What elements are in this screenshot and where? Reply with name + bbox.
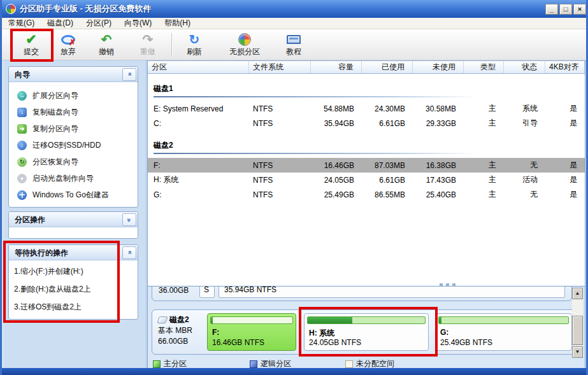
cell-fs: NTFS [249, 104, 311, 113]
col-partition[interactable]: 分区 [148, 61, 249, 73]
partition-block-h[interactable]: H: 系统 24.05GB NTFS [304, 313, 429, 351]
cell-unused: 25.40GB [413, 190, 464, 199]
wizard-copy-partition[interactable]: ➜ 复制分区向导 [9, 120, 138, 137]
cell-capacity: 16.46GB [311, 161, 362, 170]
disk1-size-label: 36.00GB [159, 287, 189, 295]
scroll-up-button[interactable]: ▲ [572, 288, 583, 299]
primary-partition-swatch [153, 360, 161, 368]
pending-op-2[interactable]: 2.删除(H:)盘从磁盘2上 [14, 284, 134, 295]
cell-fs: NTFS [249, 119, 311, 128]
redo-button: ↷ 重做 [131, 31, 164, 59]
usage-bar [210, 316, 293, 324]
cell-aligned: 是 [545, 160, 585, 171]
unallocated-swatch [345, 360, 353, 368]
scroll-down-button[interactable]: ▼ [572, 346, 583, 358]
globe-down-icon: ↓ [17, 141, 27, 150]
cell-status: 活动 [504, 174, 545, 185]
close-button[interactable]: × [573, 4, 586, 15]
submit-button[interactable]: ✔ 提交 [12, 31, 50, 59]
chevron-up-icon: » [124, 251, 135, 254]
maximize-button[interactable]: □ [559, 4, 572, 15]
tutorial-button[interactable]: 教程 [277, 31, 310, 59]
wizard-partition-recovery[interactable]: ↻ 分区恢复向导 [9, 153, 138, 170]
wizard-copy-disk[interactable]: ↓ 复制磁盘向导 [9, 104, 138, 120]
expand-button[interactable]: » [122, 213, 136, 226]
cell-aligned: 是 [545, 118, 585, 129]
disk2-graphic: 磁盘2 基本 MBR 66.00GB F: 16.46GB NTFS H: 系统… [152, 309, 578, 355]
menu-disk[interactable]: 磁盘(D) [41, 17, 80, 29]
disk1-c-block[interactable]: 35.94GB NTFS [219, 287, 565, 298]
partition-row[interactable]: E: System ReservedNTFS54.88MB24.30MB30.5… [148, 101, 585, 116]
cell-aligned: 是 [545, 189, 585, 200]
collapse-button[interactable]: » [122, 68, 136, 81]
disk-group-header: 磁盘1 [148, 82, 585, 97]
menu-partition[interactable]: 分区(P) [80, 17, 118, 29]
partition-ops-body [9, 227, 138, 238]
disk2-label: 磁盘2 基本 MBR 66.00GB [158, 315, 192, 347]
wizards-panel-header[interactable]: 向导 » [9, 67, 138, 82]
partition-table-body: 磁盘1E: System ReservedNTFS54.88MB24.30MB3… [148, 82, 585, 202]
partition-ops-header[interactable]: 分区操作 » [9, 212, 138, 227]
cell-type: 主 [464, 103, 504, 114]
discard-button[interactable]: 放弃 [53, 31, 83, 59]
wizards-panel: 向导 » → 扩展分区向导 ↓ 复制磁盘向导 ➜ 复制分区向导 ↓ 迁移OS到S… [8, 66, 138, 208]
window-title: 分区助手专业版 - 无损分区免费软件 [20, 3, 545, 15]
pie-logo-icon [238, 33, 251, 46]
cell-capacity: 25.49GB [311, 190, 362, 199]
cell-used: 6.61GB [362, 119, 413, 128]
lossless-partition-button[interactable]: 无损分区 [224, 31, 266, 59]
wizard-list: → 扩展分区向导 ↓ 复制磁盘向导 ➜ 复制分区向导 ↓ 迁移OS到SSD/HD… [9, 82, 138, 207]
pending-ops-header[interactable]: 等待执行的操作 » [9, 245, 138, 260]
logical-partition-swatch [250, 360, 257, 368]
disk-graphics-panel: 36.00GB S 35.94GB NTFS 磁盘2 基本 MBR 66.00G… [147, 287, 585, 358]
disk1-bar[interactable]: 36.00GB S 35.94GB NTFS [152, 287, 572, 301]
pending-op-3[interactable]: 3.迁移OS到磁盘2上 [14, 302, 134, 313]
vertical-scrollbar[interactable]: ▲ ▼ [572, 288, 583, 358]
wizard-windows-to-go[interactable]: Windows To Go创建器 [9, 187, 138, 203]
splitter-handle[interactable] [440, 283, 455, 286]
menu-help[interactable]: 帮助(H) [158, 17, 197, 29]
partition-block-g[interactable]: G: 25.49GB NTFS [435, 313, 572, 351]
cell-partition: G: [148, 190, 249, 199]
pending-ops-list: 1.缩小(F:)并创建(H:) 2.删除(H:)盘从磁盘2上 3.迁移OS到磁盘… [9, 260, 138, 319]
checkmark-icon: ✔ [25, 33, 37, 46]
wizard-extend-partition[interactable]: → 扩展分区向导 [9, 87, 138, 104]
windows-globe-icon [17, 190, 27, 200]
partition-row[interactable]: F:NTFS16.46GB87.03MB16.38GB主无是 [148, 158, 585, 173]
col-status[interactable]: 状态 [504, 61, 545, 73]
partition-row[interactable]: H: 系统NTFS24.05GB6.61GB17.43GB主活动是 [148, 173, 585, 187]
cell-capacity: 54.88MB [311, 104, 362, 113]
col-type[interactable]: 类型 [464, 61, 504, 73]
refresh-button[interactable]: ↻ 刷新 [178, 31, 211, 59]
menu-wizard[interactable]: 向导(W) [118, 17, 158, 29]
undo-arrow-icon: ↶ [101, 33, 112, 46]
cell-unused: 17.43GB [413, 176, 464, 185]
partition-block-f[interactable]: F: 16.46GB NTFS [207, 313, 296, 351]
cell-used: 6.61GB [362, 176, 413, 185]
pending-op-1[interactable]: 1.缩小(F:)并创建(H:) [14, 266, 134, 277]
partition-table: 分区 文件系统 容量 已使用 未使用 类型 状态 4KB对齐 磁盘1E: Sys… [147, 60, 585, 287]
col-used[interactable]: 已使用 [362, 61, 413, 73]
col-filesystem[interactable]: 文件系统 [249, 61, 311, 73]
minimize-button[interactable]: _ [545, 4, 558, 15]
partition-row[interactable]: G:NTFS25.49GB86.55MB25.40GB主无是 [148, 187, 585, 202]
menu-general[interactable]: 常规(G) [2, 17, 41, 29]
col-4kb-aligned[interactable]: 4KB对齐 [545, 61, 585, 73]
usage-bar [307, 316, 426, 324]
scrollbar-thumb[interactable] [572, 316, 583, 345]
menu-bar: 常规(G) 磁盘(D) 分区(P) 向导(W) 帮助(H) [2, 18, 588, 29]
undo-button[interactable]: ↶ 撤销 [90, 31, 123, 59]
wizard-migrate-os[interactable]: ↓ 迁移OS到SSD/HDD [9, 137, 138, 153]
toolbar: ✔ 提交 放弃 ↶ 撤销 ↷ 重做 ↻ 刷新 无损分区 教程 [2, 29, 588, 60]
partition-row[interactable]: C:NTFS35.94GB6.61GB29.33GB主引导是 [148, 116, 585, 131]
cell-partition: F: [148, 161, 249, 170]
disk1-system-reserved-block[interactable]: S [199, 287, 215, 298]
cell-status: 引导 [504, 118, 545, 129]
cell-status: 无 [504, 160, 545, 171]
wizard-bootable-cd[interactable]: 启动光盘制作向导 [9, 170, 138, 187]
col-capacity[interactable]: 容量 [311, 61, 362, 73]
arrow-box-icon: ➜ [17, 124, 27, 134]
cell-type: 主 [464, 160, 504, 171]
collapse-button[interactable]: » [122, 246, 136, 259]
col-unused[interactable]: 未使用 [413, 61, 464, 73]
